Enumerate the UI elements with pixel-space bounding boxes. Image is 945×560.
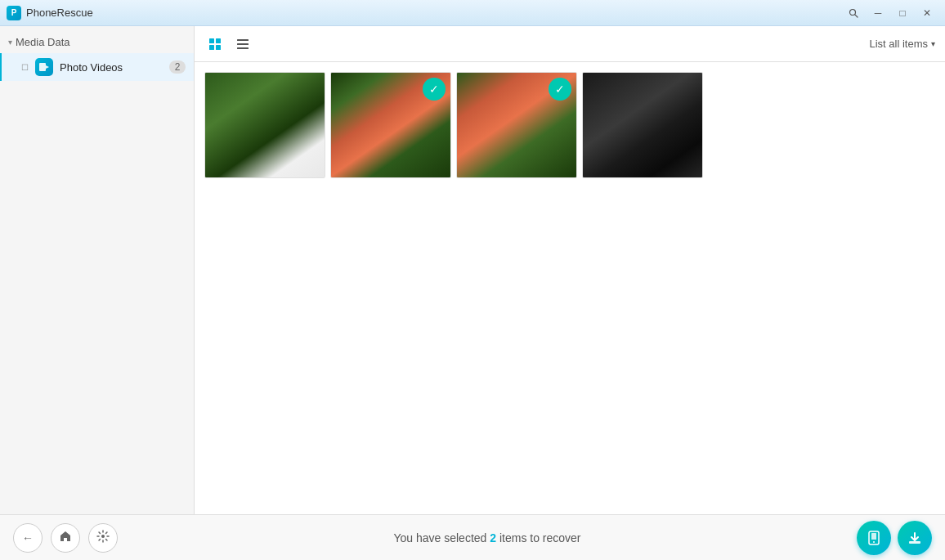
toolbar-left — [204, 34, 253, 55]
content-area: List all items ▾ ✓ ✓ — [195, 26, 945, 514]
svg-line-1 — [855, 14, 858, 16]
sidebar-group-label: Media Data — [16, 36, 69, 48]
minimize-button[interactable]: ─ — [867, 4, 889, 22]
status-count: 2 — [490, 531, 496, 544]
content-toolbar: List all items ▾ — [195, 26, 945, 62]
back-button[interactable]: ← — [13, 523, 43, 553]
photo-thumbnail-1 — [205, 73, 325, 177]
home-button[interactable] — [51, 523, 80, 553]
status-prefix: You have selected — [393, 531, 490, 544]
sidebar-item-label-photo-videos: Photo Videos — [60, 61, 163, 74]
maximize-button[interactable]: □ — [891, 4, 914, 22]
photo-check-3: ✓ — [549, 78, 571, 101]
photo-item-1[interactable] — [204, 72, 325, 178]
svg-rect-9 — [237, 43, 249, 45]
photo-grid: ✓ ✓ — [195, 62, 945, 514]
back-icon: ← — [22, 531, 34, 544]
close-button[interactable]: ✕ — [916, 4, 938, 22]
home-icon — [59, 530, 72, 545]
search-button[interactable] — [842, 4, 865, 22]
svg-rect-13 — [871, 533, 876, 540]
svg-rect-7 — [216, 45, 221, 50]
photo-check-2: ✓ — [423, 78, 446, 101]
photo-videos-icon — [35, 58, 53, 76]
recover-to-device-button[interactable] — [857, 521, 891, 555]
sidebar-section-media: ▾ Media Data ☐ Photo Videos 2 — [0, 26, 194, 86]
dropdown-arrow-icon: ▾ — [931, 39, 935, 48]
action-buttons — [857, 521, 932, 555]
sidebar: ▾ Media Data ☐ Photo Videos 2 — [0, 26, 195, 514]
grid-view-button[interactable] — [204, 34, 226, 55]
app-title: PhoneRescue — [26, 7, 93, 19]
list-all-label: List all items — [869, 38, 928, 50]
expand-arrow-icon: ▾ — [8, 38, 12, 47]
svg-rect-4 — [209, 38, 214, 43]
svg-rect-2 — [39, 63, 46, 71]
settings-button[interactable] — [88, 523, 118, 553]
svg-rect-15 — [909, 541, 920, 544]
photo-item-4[interactable] — [582, 72, 703, 178]
settings-icon — [96, 530, 110, 545]
photo-thumbnail-4 — [583, 73, 702, 177]
title-bar: P PhoneRescue ─ □ ✕ — [0, 0, 945, 26]
sidebar-item-photo-videos[interactable]: ☐ Photo Videos 2 — [0, 53, 194, 81]
title-bar-left: P PhoneRescue — [7, 6, 93, 20]
bottom-bar: ← You have selected 2 items to recover — [0, 514, 945, 560]
svg-point-11 — [101, 535, 105, 538]
window-controls: ─ □ ✕ — [842, 4, 938, 22]
status-text: You have selected 2 items to recover — [118, 531, 857, 544]
svg-point-14 — [873, 541, 875, 543]
svg-marker-3 — [46, 65, 49, 69]
svg-rect-5 — [216, 38, 221, 43]
bottom-nav: ← — [13, 523, 118, 553]
sidebar-group-media-data[interactable]: ▾ Media Data — [0, 31, 194, 53]
main-container: ▾ Media Data ☐ Photo Videos 2 — [0, 26, 945, 514]
sidebar-item-count-photo-videos: 2 — [169, 60, 186, 74]
svg-rect-8 — [237, 39, 249, 41]
app-icon: P — [7, 6, 21, 20]
photo-item-3[interactable]: ✓ — [456, 72, 577, 178]
list-all-dropdown[interactable]: List all items ▾ — [869, 38, 935, 50]
recover-to-computer-button[interactable] — [898, 521, 932, 555]
photo-item-2[interactable]: ✓ — [330, 72, 451, 178]
status-suffix: items to recover — [496, 531, 580, 544]
list-view-button[interactable] — [232, 34, 253, 55]
svg-rect-6 — [209, 45, 214, 50]
item-expand-icon: ☐ — [21, 63, 29, 72]
svg-rect-10 — [237, 47, 249, 49]
